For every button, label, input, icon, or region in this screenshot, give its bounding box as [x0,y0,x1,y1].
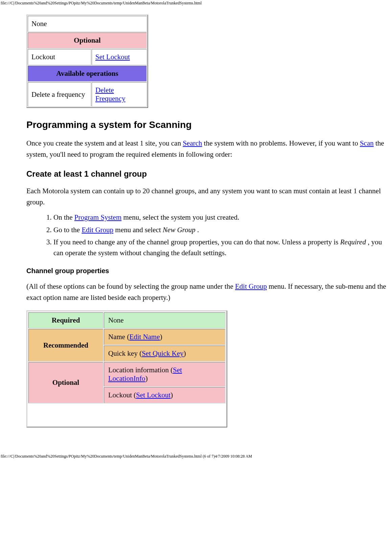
main-content: None Optional Lockout Set Lockout Availa… [26,15,392,430]
list-item: Go to the Edit Group menu and select New… [53,225,392,236]
cell-delete-label: Delete a frequency [28,82,91,107]
para-intro: Once you create the system and at least … [26,138,392,160]
properties-table: Required None Recommended Name (Edit Nam… [28,312,226,404]
cell-lockout-link: Set Lockout [92,49,147,65]
header-path: file:///C|/Documents%20and%20Settings/PO… [0,0,392,6]
header-available-ops: Available operations [28,66,147,82]
link-set-lockout[interactable]: Set Lockout [95,53,130,61]
freq-options-table: None Optional Lockout Set Lockout Availa… [26,15,148,108]
header-recommended: Recommended [28,329,103,361]
link-edit-group-2[interactable]: Edit Group [235,282,267,290]
link-search[interactable]: Search [183,139,202,147]
cell-rec-name: Name (Edit Name) [104,329,225,345]
header-optional: Optional [28,32,147,48]
link-scan[interactable]: Scan [360,139,374,147]
steps-list: On the Program System menu, select the s… [26,212,392,258]
cell-required-value: None [104,312,225,328]
heading-channel-group-properties: Channel group properties [26,267,392,275]
text: (All of these options can be found by se… [26,282,235,290]
text: menu, select the system you just created… [121,213,239,221]
list-item: On the Program System menu, select the s… [53,212,392,223]
link-set-lockout-2[interactable]: Set Lockout [136,391,170,399]
text: Once you create the system and at least … [26,139,183,147]
link-delete-frequency[interactable]: Delete Frequency [95,86,125,103]
text: ) [170,391,173,399]
text: Location information ( [108,366,173,374]
link-program-system[interactable]: Program System [74,213,121,221]
header-required: Required [28,312,103,328]
para-channel-group-desc: Each Motorola system can contain up to 2… [26,185,392,207]
heading-programming-scanning: Programming a system for Scanning [26,119,392,130]
list-item: If you need to change any of the channel… [53,237,392,258]
cell-none: None [28,16,147,32]
text: menu and select [113,226,163,234]
text: ) [184,349,186,357]
link-edit-name[interactable]: Edit Name [129,333,160,341]
text: ) [145,374,148,382]
header-optional-2: Optional [28,362,103,403]
link-set-quick-key[interactable]: Set Quick Key [142,349,184,357]
cell-opt-location: Location information (Set LocationInfo) [104,362,225,387]
cell-lockout-label: Lockout [28,49,91,65]
text: Go to the [53,226,82,234]
text: If you need to change any of the channel… [53,238,340,246]
para-properties-desc: (All of these options can be found by se… [26,281,392,303]
text: ) [160,333,162,341]
table-bottom-space [28,404,226,426]
cell-opt-lockout: Lockout (Set Lockout) [104,387,225,403]
text: On the [53,213,74,221]
footer-path: file:///C|/Documents%20and%20Settings/PO… [0,450,392,462]
cell-rec-quickkey: Quick key (Set Quick Key) [104,346,225,361]
em-new-group: New Group [163,226,195,234]
text: . [195,226,199,234]
text: Lockout ( [108,391,136,399]
link-edit-group[interactable]: Edit Group [82,226,113,234]
cell-delete-link: Delete Frequency [92,82,147,107]
properties-table-wrap: Required None Recommended Name (Edit Nam… [26,310,227,427]
text: Quick key ( [108,349,142,357]
text: the system with no problems. However, if… [202,139,360,147]
text: Name ( [108,333,129,341]
em-required: Required [340,238,366,246]
heading-create-channel-group: Create at least 1 channel group [26,169,392,179]
